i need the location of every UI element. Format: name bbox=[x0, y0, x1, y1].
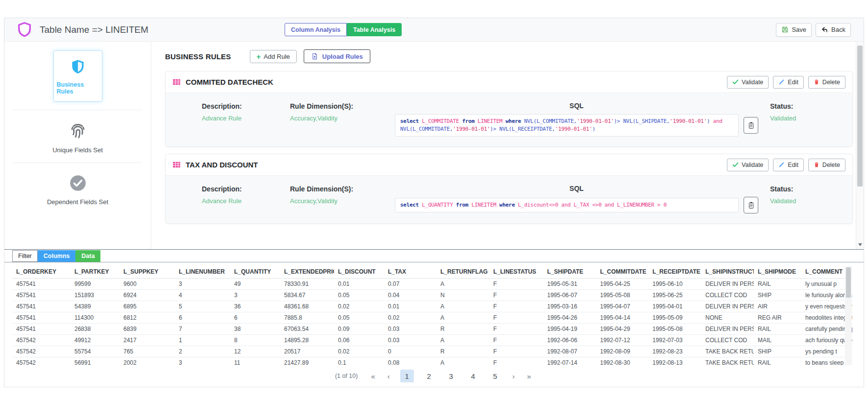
scroll-down-arrow-icon[interactable] bbox=[858, 243, 862, 246]
header-left: Table Name => LINEITEM bbox=[17, 22, 148, 38]
validate-label: Validate bbox=[742, 162, 763, 168]
table-cell: COLLECT COD bbox=[701, 290, 754, 301]
description-label: Description: bbox=[202, 102, 242, 110]
table-cell: 0.1 bbox=[334, 357, 384, 366]
page-summary: (1 of 10) bbox=[335, 373, 358, 379]
table-cell: 1992-08-07 bbox=[543, 346, 596, 357]
table-cell: A bbox=[436, 279, 489, 290]
upload-rules-button[interactable]: Upload Rules bbox=[304, 49, 370, 63]
table-cell: F bbox=[489, 279, 543, 290]
table-cell: 1995-03-16 bbox=[543, 301, 596, 312]
save-button[interactable]: Save bbox=[776, 23, 812, 37]
table-cell: 1992-07-03 bbox=[649, 335, 701, 346]
check-icon bbox=[732, 162, 739, 167]
tab-table-analysis[interactable]: Table Analysis bbox=[347, 23, 402, 36]
table-cell: DELIVER IN PERSO bbox=[701, 279, 754, 290]
pencil-icon bbox=[778, 79, 785, 85]
shield-icon bbox=[70, 58, 86, 76]
table-cell: 11 bbox=[230, 357, 280, 366]
add-rule-button[interactable]: + Add Rule bbox=[250, 50, 297, 63]
table-scrollbar[interactable] bbox=[845, 266, 852, 365]
table-cell: 1995-06-25 bbox=[649, 290, 701, 301]
table-cell: 21427.89 bbox=[280, 357, 334, 366]
tab-filter[interactable]: Filter bbox=[12, 250, 38, 262]
sql-code: select L_COMMITDATE from LINEITEM where … bbox=[395, 114, 739, 137]
table-cell: 0.02 bbox=[334, 346, 384, 357]
delete-button[interactable]: Delete bbox=[808, 76, 845, 89]
scrollbar-thumb[interactable] bbox=[846, 267, 851, 298]
table-cell: NONE bbox=[701, 312, 754, 324]
pagination: (1 of 10) « ‹ 12345 › » bbox=[4, 370, 864, 382]
sidebar-item-business-rules[interactable]: Business Rules bbox=[4, 50, 151, 102]
page-number-5[interactable]: 5 bbox=[488, 370, 502, 382]
validate-button[interactable]: Validate bbox=[727, 76, 769, 89]
table-cell: N bbox=[436, 290, 489, 301]
scrollbar-thumb[interactable] bbox=[857, 46, 863, 187]
table-cell: SHIP bbox=[754, 346, 801, 357]
table-cell: 2 bbox=[175, 346, 230, 357]
page-number-4[interactable]: 4 bbox=[466, 370, 480, 382]
first-page-button[interactable]: « bbox=[369, 371, 377, 381]
table-cell: 457541 bbox=[12, 279, 71, 290]
table-cell: 1992-08-09 bbox=[596, 346, 649, 357]
column-header: L_LINENUMBER bbox=[175, 266, 230, 279]
edit-button[interactable]: Edit bbox=[773, 76, 804, 89]
status-label: Status: bbox=[770, 102, 793, 110]
table-cell: R bbox=[436, 324, 489, 335]
table-cell: F bbox=[489, 346, 543, 357]
rules-scrollbar[interactable] bbox=[856, 42, 864, 249]
table-cell: 457541 bbox=[12, 301, 71, 312]
table-cell: 1995-05-08 bbox=[596, 290, 649, 301]
table-cell: F bbox=[489, 312, 543, 324]
sidebar-item-unique-fields-set[interactable]: Unique Fields Set bbox=[4, 118, 151, 155]
table-cell: 6 bbox=[230, 312, 280, 324]
save-floppy-icon bbox=[781, 26, 789, 33]
delete-button[interactable]: Delete bbox=[808, 159, 845, 171]
page-number-2[interactable]: 2 bbox=[422, 370, 436, 382]
last-page-button[interactable]: » bbox=[525, 371, 533, 381]
table-cell: 4 bbox=[175, 290, 230, 301]
table-cell: 9600 bbox=[120, 279, 175, 290]
copy-sql-button[interactable] bbox=[744, 117, 758, 134]
table-cell: 3 bbox=[175, 357, 230, 366]
column-header: L_SHIPDATE bbox=[543, 266, 596, 279]
next-page-button[interactable]: › bbox=[510, 371, 517, 381]
table-cell: F bbox=[489, 290, 543, 301]
table-cell: 55754 bbox=[71, 346, 120, 357]
column-header: L_SUPPKEY bbox=[120, 266, 175, 279]
tab-columns[interactable]: Columns bbox=[38, 250, 75, 262]
table-cell: 457542 bbox=[12, 346, 71, 357]
page-number-1[interactable]: 1 bbox=[400, 370, 414, 382]
table-cell: 49912 bbox=[71, 335, 120, 346]
table-cell: 114300 bbox=[71, 312, 120, 324]
table-cell: A bbox=[436, 312, 489, 324]
description-value: Advance Rule bbox=[202, 115, 270, 122]
main-region: Business Rules Unique Fields Set bbox=[4, 42, 864, 249]
back-button[interactable]: Back bbox=[816, 23, 851, 37]
table-cell: 457541 bbox=[12, 312, 71, 324]
table-cell: 1992-07-12 bbox=[596, 335, 649, 346]
tab-data[interactable]: Data bbox=[75, 250, 100, 262]
table-cell: RAIL bbox=[754, 324, 801, 335]
table-cell: 457542 bbox=[12, 335, 71, 346]
validate-button[interactable]: Validate bbox=[727, 159, 769, 171]
back-arrow-icon bbox=[821, 26, 828, 33]
table-cell: 0.09 bbox=[334, 324, 384, 335]
sql-line: NVL(L_COMMITDATE,'1990-01-01')> NVL(L_RE… bbox=[400, 125, 733, 133]
page-number-3[interactable]: 3 bbox=[444, 370, 458, 382]
column-header: L_RECEIPTDATE bbox=[649, 266, 701, 279]
edit-button[interactable]: Edit bbox=[773, 159, 804, 171]
copy-sql-button[interactable] bbox=[744, 197, 758, 213]
column-header: L_COMMITDATE bbox=[596, 266, 649, 279]
rule-status: Status: Validated bbox=[770, 185, 844, 205]
prev-page-button[interactable]: ‹ bbox=[386, 371, 392, 381]
table-cell: 457542 bbox=[12, 357, 71, 366]
sidebar-item-dependent-fields-set[interactable]: Dependent Fields Set bbox=[4, 171, 151, 207]
table-cell: RAIL bbox=[754, 357, 801, 366]
tab-column-analysis[interactable]: Column Analysis bbox=[285, 23, 347, 36]
table-cell: 20517 bbox=[280, 346, 334, 357]
table-cell: 49 bbox=[230, 279, 280, 290]
table-cell: 1992-08-13 bbox=[649, 357, 701, 366]
table-cell: 0.02 bbox=[334, 301, 384, 312]
validate-label: Validate bbox=[742, 79, 763, 86]
